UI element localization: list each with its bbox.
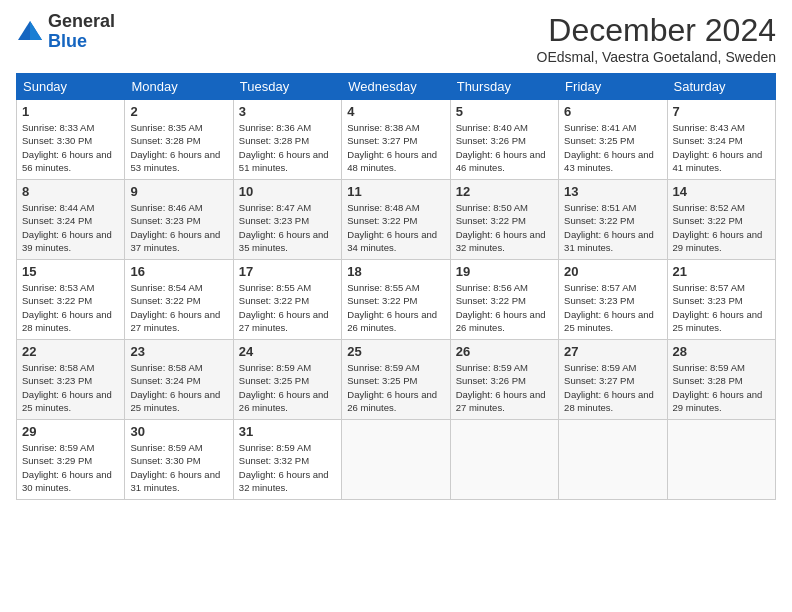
svg-marker-1 <box>30 21 42 40</box>
calendar-week-1: 1Sunrise: 8:33 AMSunset: 3:30 PMDaylight… <box>17 100 776 180</box>
day-info: Sunrise: 8:38 AMSunset: 3:27 PMDaylight:… <box>347 121 444 174</box>
table-row: 1Sunrise: 8:33 AMSunset: 3:30 PMDaylight… <box>17 100 125 180</box>
page: General Blue December 2024 OEdsmal, Vaes… <box>0 0 792 612</box>
table-row: 4Sunrise: 8:38 AMSunset: 3:27 PMDaylight… <box>342 100 450 180</box>
col-header-saturday: Saturday <box>667 74 775 100</box>
day-info: Sunrise: 8:43 AMSunset: 3:24 PMDaylight:… <box>673 121 770 174</box>
table-row: 24Sunrise: 8:59 AMSunset: 3:25 PMDayligh… <box>233 340 341 420</box>
logo-general: General <box>48 12 115 32</box>
day-info: Sunrise: 8:59 AMSunset: 3:27 PMDaylight:… <box>564 361 661 414</box>
day-number: 22 <box>22 344 119 359</box>
table-row: 12Sunrise: 8:50 AMSunset: 3:22 PMDayligh… <box>450 180 558 260</box>
table-row: 2Sunrise: 8:35 AMSunset: 3:28 PMDaylight… <box>125 100 233 180</box>
day-info: Sunrise: 8:51 AMSunset: 3:22 PMDaylight:… <box>564 201 661 254</box>
calendar-week-5: 29Sunrise: 8:59 AMSunset: 3:29 PMDayligh… <box>17 420 776 500</box>
table-row: 3Sunrise: 8:36 AMSunset: 3:28 PMDaylight… <box>233 100 341 180</box>
calendar-week-4: 22Sunrise: 8:58 AMSunset: 3:23 PMDayligh… <box>17 340 776 420</box>
table-row: 13Sunrise: 8:51 AMSunset: 3:22 PMDayligh… <box>559 180 667 260</box>
logo: General Blue <box>16 12 115 52</box>
day-number: 15 <box>22 264 119 279</box>
table-row: 22Sunrise: 8:58 AMSunset: 3:23 PMDayligh… <box>17 340 125 420</box>
day-number: 31 <box>239 424 336 439</box>
table-row: 7Sunrise: 8:43 AMSunset: 3:24 PMDaylight… <box>667 100 775 180</box>
table-row: 25Sunrise: 8:59 AMSunset: 3:25 PMDayligh… <box>342 340 450 420</box>
table-row: 8Sunrise: 8:44 AMSunset: 3:24 PMDaylight… <box>17 180 125 260</box>
table-row <box>559 420 667 500</box>
day-number: 18 <box>347 264 444 279</box>
day-number: 1 <box>22 104 119 119</box>
day-info: Sunrise: 8:57 AMSunset: 3:23 PMDaylight:… <box>564 281 661 334</box>
day-number: 23 <box>130 344 227 359</box>
day-info: Sunrise: 8:59 AMSunset: 3:29 PMDaylight:… <box>22 441 119 494</box>
day-info: Sunrise: 8:57 AMSunset: 3:23 PMDaylight:… <box>673 281 770 334</box>
day-info: Sunrise: 8:44 AMSunset: 3:24 PMDaylight:… <box>22 201 119 254</box>
table-row: 20Sunrise: 8:57 AMSunset: 3:23 PMDayligh… <box>559 260 667 340</box>
col-header-wednesday: Wednesday <box>342 74 450 100</box>
day-info: Sunrise: 8:58 AMSunset: 3:23 PMDaylight:… <box>22 361 119 414</box>
day-number: 26 <box>456 344 553 359</box>
header: General Blue December 2024 OEdsmal, Vaes… <box>16 12 776 65</box>
table-row: 14Sunrise: 8:52 AMSunset: 3:22 PMDayligh… <box>667 180 775 260</box>
table-row: 18Sunrise: 8:55 AMSunset: 3:22 PMDayligh… <box>342 260 450 340</box>
day-info: Sunrise: 8:58 AMSunset: 3:24 PMDaylight:… <box>130 361 227 414</box>
table-row: 31Sunrise: 8:59 AMSunset: 3:32 PMDayligh… <box>233 420 341 500</box>
calendar-table: SundayMondayTuesdayWednesdayThursdayFrid… <box>16 73 776 500</box>
day-number: 19 <box>456 264 553 279</box>
table-row: 23Sunrise: 8:58 AMSunset: 3:24 PMDayligh… <box>125 340 233 420</box>
table-row: 6Sunrise: 8:41 AMSunset: 3:25 PMDaylight… <box>559 100 667 180</box>
day-info: Sunrise: 8:40 AMSunset: 3:26 PMDaylight:… <box>456 121 553 174</box>
day-info: Sunrise: 8:59 AMSunset: 3:32 PMDaylight:… <box>239 441 336 494</box>
day-number: 25 <box>347 344 444 359</box>
day-info: Sunrise: 8:59 AMSunset: 3:28 PMDaylight:… <box>673 361 770 414</box>
col-header-tuesday: Tuesday <box>233 74 341 100</box>
table-row: 26Sunrise: 8:59 AMSunset: 3:26 PMDayligh… <box>450 340 558 420</box>
day-number: 12 <box>456 184 553 199</box>
table-row <box>342 420 450 500</box>
table-row: 30Sunrise: 8:59 AMSunset: 3:30 PMDayligh… <box>125 420 233 500</box>
day-info: Sunrise: 8:55 AMSunset: 3:22 PMDaylight:… <box>239 281 336 334</box>
table-row: 28Sunrise: 8:59 AMSunset: 3:28 PMDayligh… <box>667 340 775 420</box>
day-info: Sunrise: 8:36 AMSunset: 3:28 PMDaylight:… <box>239 121 336 174</box>
day-number: 21 <box>673 264 770 279</box>
calendar-header-row: SundayMondayTuesdayWednesdayThursdayFrid… <box>17 74 776 100</box>
table-row: 5Sunrise: 8:40 AMSunset: 3:26 PMDaylight… <box>450 100 558 180</box>
table-row: 19Sunrise: 8:56 AMSunset: 3:22 PMDayligh… <box>450 260 558 340</box>
day-number: 7 <box>673 104 770 119</box>
day-info: Sunrise: 8:33 AMSunset: 3:30 PMDaylight:… <box>22 121 119 174</box>
location-subtitle: OEdsmal, Vaestra Goetaland, Sweden <box>537 49 776 65</box>
col-header-thursday: Thursday <box>450 74 558 100</box>
logo-blue: Blue <box>48 32 115 52</box>
col-header-monday: Monday <box>125 74 233 100</box>
day-info: Sunrise: 8:59 AMSunset: 3:25 PMDaylight:… <box>347 361 444 414</box>
day-number: 14 <box>673 184 770 199</box>
day-number: 24 <box>239 344 336 359</box>
day-info: Sunrise: 8:53 AMSunset: 3:22 PMDaylight:… <box>22 281 119 334</box>
table-row: 17Sunrise: 8:55 AMSunset: 3:22 PMDayligh… <box>233 260 341 340</box>
day-info: Sunrise: 8:59 AMSunset: 3:30 PMDaylight:… <box>130 441 227 494</box>
day-number: 30 <box>130 424 227 439</box>
day-number: 2 <box>130 104 227 119</box>
table-row: 21Sunrise: 8:57 AMSunset: 3:23 PMDayligh… <box>667 260 775 340</box>
col-header-sunday: Sunday <box>17 74 125 100</box>
calendar-week-3: 15Sunrise: 8:53 AMSunset: 3:22 PMDayligh… <box>17 260 776 340</box>
day-info: Sunrise: 8:50 AMSunset: 3:22 PMDaylight:… <box>456 201 553 254</box>
day-info: Sunrise: 8:55 AMSunset: 3:22 PMDaylight:… <box>347 281 444 334</box>
day-info: Sunrise: 8:47 AMSunset: 3:23 PMDaylight:… <box>239 201 336 254</box>
day-info: Sunrise: 8:59 AMSunset: 3:25 PMDaylight:… <box>239 361 336 414</box>
day-number: 6 <box>564 104 661 119</box>
day-number: 13 <box>564 184 661 199</box>
day-number: 4 <box>347 104 444 119</box>
title-block: December 2024 OEdsmal, Vaestra Goetaland… <box>537 12 776 65</box>
day-info: Sunrise: 8:48 AMSunset: 3:22 PMDaylight:… <box>347 201 444 254</box>
day-number: 9 <box>130 184 227 199</box>
day-number: 11 <box>347 184 444 199</box>
day-number: 28 <box>673 344 770 359</box>
day-number: 27 <box>564 344 661 359</box>
table-row <box>450 420 558 500</box>
day-number: 20 <box>564 264 661 279</box>
col-header-friday: Friday <box>559 74 667 100</box>
day-info: Sunrise: 8:59 AMSunset: 3:26 PMDaylight:… <box>456 361 553 414</box>
day-info: Sunrise: 8:41 AMSunset: 3:25 PMDaylight:… <box>564 121 661 174</box>
table-row: 29Sunrise: 8:59 AMSunset: 3:29 PMDayligh… <box>17 420 125 500</box>
day-info: Sunrise: 8:46 AMSunset: 3:23 PMDaylight:… <box>130 201 227 254</box>
